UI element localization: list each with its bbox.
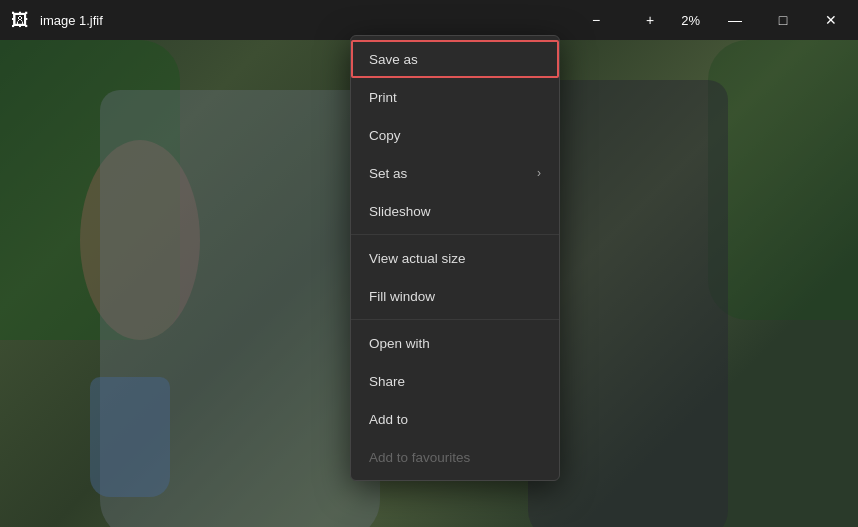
menu-separator-separator1	[351, 234, 559, 235]
menu-item-label-share: Share	[369, 374, 405, 389]
zoom-in-button[interactable]: +	[627, 4, 673, 36]
menu-item-share[interactable]: Share	[351, 362, 559, 400]
menu-item-add-to-favourites: Add to favourites	[351, 438, 559, 476]
menu-item-label-view-actual-size: View actual size	[369, 251, 466, 266]
blue-vase	[90, 377, 170, 497]
greenery-right	[708, 40, 858, 320]
menu-item-copy[interactable]: Copy	[351, 116, 559, 154]
menu-item-label-slideshow: Slideshow	[369, 204, 431, 219]
menu-item-slideshow[interactable]: Slideshow	[351, 192, 559, 230]
close-button[interactable]: ✕	[808, 4, 854, 36]
context-menu: Save asPrintCopySet as›SlideshowView act…	[350, 35, 560, 481]
zoom-out-button[interactable]: −	[573, 4, 619, 36]
zoom-level: 2%	[681, 13, 700, 28]
menu-item-open-with[interactable]: Open with	[351, 324, 559, 362]
menu-item-set-as[interactable]: Set as›	[351, 154, 559, 192]
window-controls: — □ ✕	[712, 4, 854, 36]
menu-item-print[interactable]: Print	[351, 78, 559, 116]
maximize-button[interactable]: □	[760, 4, 806, 36]
menu-item-label-print: Print	[369, 90, 397, 105]
menu-item-view-actual-size[interactable]: View actual size	[351, 239, 559, 277]
app-icon: 🖼	[0, 0, 40, 40]
menu-item-label-add-to: Add to	[369, 412, 408, 427]
menu-item-label-copy: Copy	[369, 128, 401, 143]
zoom-controls: − + 2%	[573, 4, 700, 36]
menu-item-label-fill-window: Fill window	[369, 289, 435, 304]
minimize-button[interactable]: —	[712, 4, 758, 36]
menu-item-fill-window[interactable]: Fill window	[351, 277, 559, 315]
window-title: image 1.jfif	[40, 13, 573, 28]
menu-item-arrow-set-as: ›	[537, 166, 541, 180]
menu-item-add-to[interactable]: Add to	[351, 400, 559, 438]
menu-item-label-set-as: Set as	[369, 166, 407, 181]
menu-item-save-as[interactable]: Save as	[351, 40, 559, 78]
menu-item-label-open-with: Open with	[369, 336, 430, 351]
menu-separator-separator2	[351, 319, 559, 320]
titlebar: 🖼 image 1.jfif − + 2% — □ ✕	[0, 0, 858, 40]
menu-item-label-save-as: Save as	[369, 52, 418, 67]
menu-item-label-add-to-favourites: Add to favourites	[369, 450, 470, 465]
